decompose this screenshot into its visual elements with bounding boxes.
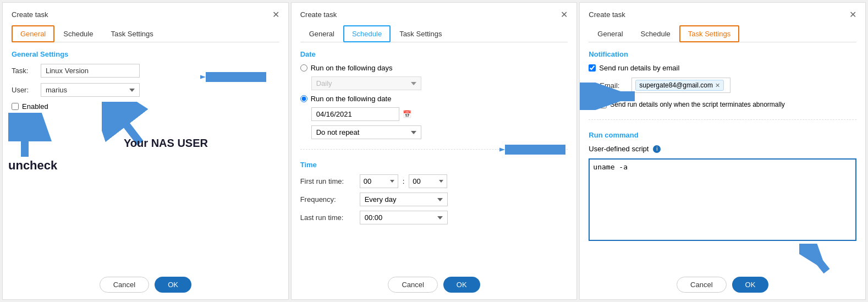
tab-general-1[interactable]: General [12,25,54,42]
panel1-tabs: General Schedule Task Settings [12,25,279,42]
time-section-title: Time [300,161,568,169]
user-select[interactable]: marius [41,83,140,97]
panel1-footer: Cancel OK [3,277,288,293]
frequency-label: Frequency: [300,195,355,204]
arrow-up-uncheck [8,113,52,162]
panel2-tabs: General Schedule Task Settings [300,25,568,42]
panel-general: Create task ✕ General Schedule Task Sett… [2,2,289,300]
first-run-label: First run time: [300,177,355,185]
script-textarea[interactable]: uname -a [589,158,856,241]
divider-1 [300,149,568,150]
email-chip-close-button[interactable]: ✕ [715,82,720,89]
panel1-close-button[interactable]: ✕ [272,9,279,20]
task-label: Task: [12,67,36,75]
abnormal-checkbox[interactable] [600,101,607,108]
notification-title: Notification [589,50,856,58]
panel2-footer: Cancel OK [292,277,577,293]
panel3-footer: Cancel OK [580,277,865,293]
panel1-header: Create task ✕ [12,9,279,20]
tab-schedule-3[interactable]: Schedule [632,25,679,42]
panel3-header: Create task ✕ [589,9,856,20]
tab-schedule-1[interactable]: Schedule [54,25,102,42]
tab-general-2[interactable]: General [300,25,343,42]
email-chip: supergate84@gmail.com ✕ [635,80,724,91]
panel-schedule: Create task ✕ General Schedule Task Sett… [291,2,578,300]
send-email-row: Send run details by email [589,64,856,72]
last-run-row: Last run time: 00:00 [300,211,568,224]
repeat-select-row: Do not repeat [311,125,568,139]
email-chip-container: supergate84@gmail.com ✕ [631,78,730,93]
last-run-label: Last run time: [300,213,355,222]
frequency-select[interactable]: Every day [360,193,448,206]
tab-general-3[interactable]: General [589,25,631,42]
radio-following-days: Run on the following days [300,64,568,72]
calendar-icon[interactable]: 📅 [403,110,411,118]
user-row: User: marius [12,83,279,97]
panel3-tabs: General Schedule Task Settings [589,25,856,42]
panel1-ok-button[interactable]: OK [155,277,191,293]
hour-select[interactable]: 00 [360,174,398,188]
tab-schedule-2[interactable]: Schedule [343,25,391,42]
enabled-label: Enabled [22,102,48,111]
date-input[interactable] [311,107,399,121]
abnormal-label: Send run details only when the script te… [610,101,785,108]
date-input-row: 📅 [311,107,568,121]
repeat-select[interactable]: Do not repeat [311,125,421,139]
script-label-row: User-defined script i [589,145,856,153]
tab-task-settings-3[interactable]: Task Settings [679,25,739,42]
abnormal-row: Send run details only when the script te… [600,101,856,108]
divider-2 [589,119,856,120]
annotation-uncheck-text: uncheck [8,158,57,173]
user-label: User: [12,86,36,94]
annotation-nas-user-text: Your NAS USER [124,136,208,150]
panel2-ok-button[interactable]: OK [443,277,480,293]
panel2-close-button[interactable]: ✕ [561,9,568,20]
minute-select[interactable]: 00 [409,174,447,188]
radio-following-date: Run on the following date [300,95,568,103]
radio-days-label: Run on the following days [311,64,393,72]
panel3-close-button[interactable]: ✕ [849,9,856,20]
svg-line-11 [805,244,827,271]
date-section-title: Date [300,50,568,58]
daily-select[interactable]: Daily [311,76,421,90]
daily-select-wrapper: Daily [300,76,568,95]
email-row: Email: supergate84@gmail.com ✕ [600,78,856,93]
enabled-row: Enabled [12,102,279,111]
task-input[interactable] [41,64,140,78]
arrow-right2-to-left [499,136,571,163]
first-run-row: First run time: 00 : 00 [300,174,568,188]
annotation-uncheck-area: uncheck [8,113,57,173]
info-icon[interactable]: i [653,145,661,153]
send-email-checkbox[interactable] [589,64,596,72]
frequency-row: Frequency: Every day [300,193,568,206]
task-row: Task: [12,64,279,78]
tab-task-settings-1[interactable]: Task Settings [102,25,162,42]
tab-task-settings-2[interactable]: Task Settings [391,25,451,42]
arrow-down-right [799,244,832,277]
panel2-header: Create task ✕ [300,9,568,20]
script-label: User-defined script [589,145,649,153]
email-chip-value: supergate84@gmail.com [639,81,713,89]
panel3-cancel-button[interactable]: Cancel [677,277,726,293]
panel3-ok-button[interactable]: OK [732,277,769,293]
general-settings-title: General Settings [12,50,279,58]
last-run-select[interactable]: 00:00 [360,211,448,224]
run-command-title: Run command [589,131,856,139]
arrow-to-ok [799,244,832,278]
svg-line-3 [113,107,140,143]
radio-days-input[interactable] [300,64,307,72]
send-email-label: Send run details by email [599,64,679,72]
panel2-cancel-button[interactable]: Cancel [388,277,437,293]
panel3-title: Create task [589,10,625,19]
enabled-checkbox[interactable] [12,103,19,110]
panel1-title: Create task [12,10,48,19]
email-label: Email: [600,81,627,90]
radio-date-input[interactable] [300,95,307,102]
time-colon: : [403,177,405,185]
radio-date-label: Run on the following date [311,95,392,103]
panel1-cancel-button[interactable]: Cancel [100,277,149,293]
panel-task-settings: Create task ✕ General Schedule Task Sett… [579,2,866,300]
panel2-title: Create task [300,10,337,19]
